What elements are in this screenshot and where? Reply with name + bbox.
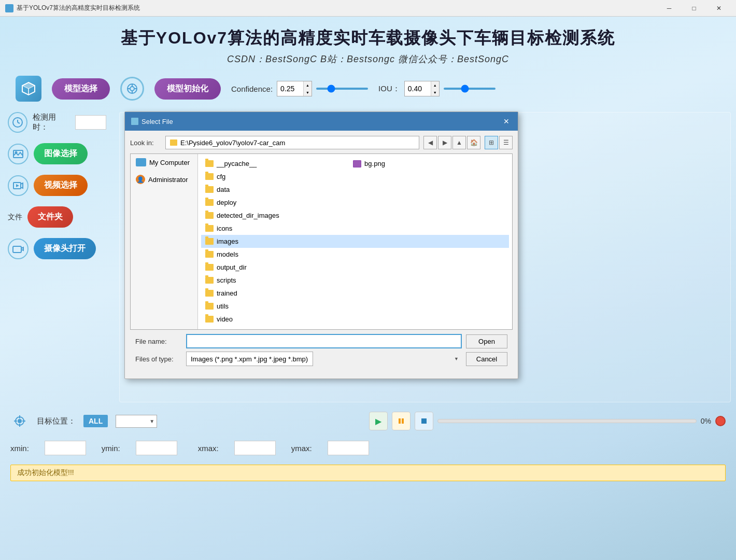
file-name: images	[217, 237, 238, 245]
list-item[interactable]: deploy	[201, 196, 509, 209]
dialog-body: Look in: E:\Pyside6_yolov7\yolov7-car_ca…	[125, 131, 518, 379]
timer-display	[75, 115, 106, 130]
target-dropdown[interactable]	[116, 415, 157, 428]
maximize-button[interactable]: □	[682, 0, 706, 17]
window-controls: ─ □ ✕	[657, 0, 731, 17]
list-item[interactable]: utils	[201, 300, 509, 313]
ymax-label: ymax:	[291, 444, 312, 453]
xmin-row: xmin: ymin:	[10, 441, 177, 455]
file-name: trained	[217, 289, 237, 297]
xmin-input[interactable]	[45, 441, 86, 455]
record-button[interactable]	[715, 416, 726, 426]
iou-group: IOU： ▲ ▼	[378, 81, 496, 96]
confidence-slider[interactable]	[316, 88, 368, 90]
xmax-input[interactable]	[234, 441, 276, 455]
bottom-controls: 目标位置： ALL ▶ 0%	[0, 408, 736, 485]
status-message: 成功初始化模型!!!	[17, 468, 74, 477]
stop-button[interactable]	[415, 412, 433, 430]
folder-button[interactable]: 文件夹	[27, 206, 73, 228]
confidence-spinbox[interactable]: ▲ ▼	[277, 81, 312, 96]
svg-point-24	[18, 419, 21, 423]
svg-point-4	[130, 87, 134, 91]
target-dropdown-wrapper[interactable]	[116, 415, 157, 428]
camera-button[interactable]: 摄像头打开	[34, 238, 96, 259]
list-item[interactable]: detected_dir_images	[201, 209, 509, 222]
list-item[interactable]: video	[201, 313, 509, 326]
dialog-footer: File name: Open Files of type: Images (*…	[130, 330, 513, 373]
minimize-button[interactable]: ─	[657, 0, 681, 17]
detect-time-label: 检测用时：	[33, 113, 70, 132]
filename-input[interactable]	[186, 334, 462, 348]
image-file-icon	[353, 160, 361, 167]
iou-input[interactable]	[405, 81, 431, 96]
lookin-forward-button[interactable]: ▶	[438, 136, 451, 149]
cancel-button[interactable]: Cancel	[466, 352, 507, 366]
list-item[interactable]: output_dir	[201, 261, 509, 274]
list-item[interactable]: bg.png	[349, 157, 497, 170]
sidebar: 检测用时： 图像选择 视频选择	[0, 107, 114, 408]
ymin-label: ymin:	[102, 444, 120, 453]
filename-row: File name: Open	[135, 334, 507, 348]
filetype-wrapper[interactable]: Images (*.png *.xpm *.jpg *.jpeg *.bmp)	[186, 352, 462, 366]
image-select-button[interactable]: 图像选择	[34, 143, 88, 164]
list-item[interactable]: models	[201, 248, 509, 261]
file-name: scripts	[217, 276, 236, 284]
video-select-button[interactable]: 视频选择	[34, 175, 88, 196]
svg-line-11	[18, 122, 20, 123]
ymin-input[interactable]	[136, 441, 177, 455]
iou-slider[interactable]	[444, 88, 496, 90]
xmin-label: xmin:	[10, 444, 29, 453]
camera-icon	[8, 239, 29, 259]
svg-rect-25	[399, 418, 401, 424]
lookin-home-button[interactable]: 🏠	[467, 136, 480, 149]
camera-item: 摄像头打开	[8, 238, 106, 259]
place-my-computer[interactable]: My Computer	[131, 154, 197, 171]
list-item[interactable]: scripts	[201, 274, 509, 287]
confidence-label: Confidence:	[231, 85, 273, 93]
lookin-up-button[interactable]: ▲	[452, 136, 466, 149]
target-circle-icon	[120, 77, 144, 101]
folder-icon	[205, 238, 214, 245]
view-icons-button[interactable]: ⊞	[485, 136, 498, 149]
folder-item: 文件 文件夹	[8, 206, 106, 228]
window-title: 基于YOLOv7算法的高精度实时目标检测系统	[17, 4, 657, 12]
file-name: deploy	[217, 199, 236, 206]
lookin-row: Look in: E:\Pyside6_yolov7\yolov7-car_ca…	[130, 136, 513, 149]
svg-rect-17	[13, 246, 21, 253]
dialog-title-icon	[131, 118, 138, 125]
filetype-select[interactable]: Images (*.png *.xpm *.jpg *.jpeg *.bmp)	[186, 352, 313, 366]
lookin-back-button[interactable]: ◀	[423, 136, 437, 149]
open-button[interactable]: Open	[466, 334, 507, 348]
app-header: 基于YOLOv7算法的高精度实时车载摄像头下车辆目标检测系统 CSDN：Best…	[0, 17, 736, 71]
list-item[interactable]: data	[201, 183, 509, 196]
file-name: utils	[217, 302, 229, 310]
confidence-up-arrow[interactable]: ▲	[303, 81, 312, 89]
iou-up-arrow[interactable]: ▲	[431, 81, 439, 89]
progress-bar	[437, 419, 697, 423]
list-item[interactable]: icons	[201, 222, 509, 235]
list-item[interactable]: trained	[201, 287, 509, 300]
iou-down-arrow[interactable]: ▼	[431, 89, 439, 96]
model-init-button[interactable]: 模型初始化	[154, 78, 221, 100]
iou-spinbox[interactable]: ▲ ▼	[404, 81, 440, 96]
file-name: icons	[217, 225, 232, 232]
ymax-input[interactable]	[328, 441, 369, 455]
model-select-button[interactable]: 模型选择	[52, 78, 110, 100]
view-list-button[interactable]: ☰	[499, 136, 513, 149]
all-badge: ALL	[83, 415, 108, 427]
folder-icon	[205, 212, 214, 219]
place-administrator[interactable]: 👤 Administrator	[131, 171, 197, 188]
list-item[interactable]: images	[201, 235, 509, 248]
status-bar: 成功初始化模型!!!	[10, 465, 726, 481]
confidence-down-arrow[interactable]: ▼	[303, 89, 312, 96]
app-subtitle: CSDN：BestSongC B站：Bestsongc 微信公众号：BestSo…	[0, 53, 736, 65]
list-item[interactable]: __pycache__	[201, 157, 349, 170]
close-button[interactable]: ✕	[707, 0, 731, 17]
dialog-close-button[interactable]: ✕	[501, 116, 512, 127]
svg-rect-27	[421, 418, 427, 424]
play-button[interactable]: ▶	[369, 412, 388, 430]
confidence-input[interactable]	[277, 81, 303, 96]
detect-time-item: 检测用时：	[8, 112, 106, 133]
list-item[interactable]: cfg	[201, 170, 509, 183]
pause-button[interactable]	[392, 412, 411, 430]
